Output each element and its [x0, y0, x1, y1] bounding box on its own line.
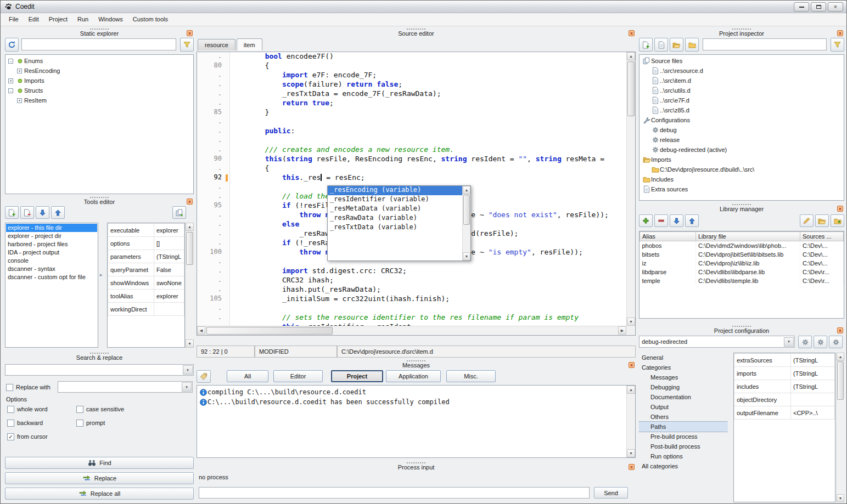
- messages-header[interactable]: Messages x: [197, 360, 636, 369]
- search-combo[interactable]: ▾: [5, 364, 194, 376]
- tab-resource[interactable]: resource: [198, 39, 235, 50]
- replace-button[interactable]: Replace: [5, 472, 194, 484]
- code-line[interactable]: bool encodee7F(): [231, 52, 626, 61]
- tree-item[interactable]: C:\Dev\dproj\resource.d\build\..\src\: [640, 165, 844, 174]
- splitter-arrow-icon[interactable]: ▸: [100, 272, 103, 278]
- checkbox-box[interactable]: ✓: [7, 433, 14, 440]
- property-row[interactable]: parameters(TStringL: [108, 250, 184, 263]
- code-line[interactable]: // sets the resource identifier to the r…: [231, 313, 626, 322]
- table-row[interactable]: templeC:\Dev\dlibs\temple.libC:\Dev\r...: [640, 276, 844, 285]
- filter-misc[interactable]: Misc.: [446, 370, 496, 382]
- send-button[interactable]: Send: [594, 487, 628, 499]
- project-inspector-header[interactable]: Project inspector x: [639, 28, 844, 37]
- add-library-button[interactable]: [639, 214, 653, 227]
- source-editor-header[interactable]: Source editor x: [197, 28, 636, 37]
- maximize-button[interactable]: [811, 2, 826, 12]
- titlebar[interactable]: Coedit ×: [1, 1, 846, 13]
- gutter-line[interactable]: .: [197, 117, 229, 127]
- table-row[interactable]: phobosC:\Dev\dmd2\windows\lib\phob...C:\…: [640, 241, 844, 250]
- tools-editor-close-button[interactable]: x: [187, 199, 193, 205]
- messages-scrollbar[interactable]: ▲ ▼: [626, 386, 635, 457]
- panel-grip[interactable]: [732, 326, 751, 327]
- gutter-line[interactable]: 80: [197, 61, 229, 71]
- gutter-line[interactable]: .: [197, 99, 229, 108]
- panel-grip[interactable]: [90, 353, 109, 354]
- code-line[interactable]: [231, 117, 626, 127]
- tree-item[interactable]: Configurations: [640, 115, 844, 125]
- replace-combo[interactable]: ▾: [58, 381, 193, 393]
- tree-item[interactable]: ..\src\z85.d: [640, 105, 844, 115]
- symbol-search-input[interactable]: [21, 38, 176, 50]
- gutter-line[interactable]: .: [197, 71, 229, 80]
- gutter-line[interactable]: .: [197, 89, 229, 99]
- property-value[interactable]: (TStringL: [791, 354, 835, 367]
- find-button[interactable]: Find: [5, 457, 194, 469]
- property-value[interactable]: [154, 303, 184, 316]
- property-row[interactable]: extraSources(TStringL: [734, 354, 835, 367]
- open-folder-button[interactable]: [685, 38, 699, 52]
- add-folder-button[interactable]: [670, 38, 683, 52]
- project-configuration-close-button[interactable]: x: [837, 327, 843, 333]
- editor-vscrollbar[interactable]: ▲ ▼: [626, 52, 635, 326]
- tree-item[interactable]: +ResItem: [5, 95, 193, 105]
- property-value[interactable]: []: [154, 237, 184, 250]
- expand-icon[interactable]: +: [17, 69, 22, 73]
- scroll-thumb[interactable]: [206, 327, 333, 335]
- checkbox-backward[interactable]: backward: [7, 418, 76, 427]
- tree-item[interactable]: +Imports: [5, 76, 193, 86]
- completion-item[interactable]: _resTxtData (variable): [328, 223, 462, 233]
- scroll-down-icon[interactable]: ▼: [627, 318, 635, 326]
- tree-item[interactable]: Debugging: [639, 382, 728, 392]
- code-line[interactable]: _resTxtData = encode_7F(_resRawData);: [231, 89, 626, 99]
- code-line[interactable]: /// creates and encodes a new resource i…: [231, 145, 626, 155]
- tree-item[interactable]: ..\src\item.d: [640, 76, 844, 86]
- list-item[interactable]: dscanner - syntax: [6, 265, 97, 273]
- gutter-line[interactable]: .: [197, 229, 229, 239]
- replace-all-button[interactable]: Replace all: [5, 488, 194, 500]
- completion-item[interactable]: _resRawData (variable): [328, 214, 462, 223]
- tree-item[interactable]: Documentation: [639, 392, 728, 402]
- gutter-line[interactable]: .: [197, 267, 229, 276]
- code-line[interactable]: import e7F: encode_7F;: [231, 71, 626, 80]
- tree-item[interactable]: Includes: [640, 174, 844, 184]
- expand-icon[interactable]: +: [8, 78, 13, 83]
- chevron-down-icon[interactable]: ▾: [183, 365, 193, 375]
- gutter-line[interactable]: .: [197, 257, 229, 267]
- collapse-icon[interactable]: -: [8, 88, 13, 93]
- gutter-line[interactable]: .: [197, 80, 229, 89]
- completion-item[interactable]: _resMetaData (variable): [328, 205, 462, 214]
- list-item[interactable]: console: [6, 257, 97, 265]
- tree-item[interactable]: ..\src\e7F.d: [640, 95, 844, 105]
- tree-item[interactable]: Run options: [639, 451, 728, 461]
- tree-item[interactable]: Post-build process: [639, 441, 728, 451]
- scroll-up-icon[interactable]: ▲: [186, 223, 194, 231]
- code-line[interactable]: this._res = resEnc;: [231, 173, 626, 183]
- code-line[interactable]: public:: [231, 127, 626, 136]
- gutter-line[interactable]: 85: [197, 108, 229, 117]
- tree-item[interactable]: debug-redirected (active): [640, 145, 844, 155]
- tree-item[interactable]: ..\src\resource.d: [640, 66, 844, 76]
- tree-item[interactable]: Extra sources: [640, 184, 844, 194]
- code-line[interactable]: {: [231, 61, 626, 71]
- scroll-up-icon[interactable]: ▲: [837, 353, 844, 361]
- scroll-down-icon[interactable]: ▼: [463, 252, 470, 261]
- tree-item[interactable]: ..\src\utils.d: [640, 86, 844, 95]
- category-button[interactable]: [197, 370, 211, 383]
- column-header[interactable]: Sources ...: [800, 232, 844, 241]
- gutter-line[interactable]: .: [197, 285, 229, 295]
- tools-scrollbar[interactable]: ▲ ▼: [185, 223, 194, 348]
- scroll-left-icon[interactable]: ◀: [197, 326, 205, 335]
- static-explorer-header[interactable]: Static explorer x: [5, 28, 194, 37]
- gutter-line[interactable]: 100: [197, 248, 229, 257]
- remove-config-button[interactable]: [829, 336, 843, 348]
- scroll-down-icon[interactable]: ▼: [627, 449, 635, 457]
- tab-item[interactable]: item: [237, 38, 262, 50]
- property-row[interactable]: outputFilename<CPP>..\: [734, 406, 835, 420]
- property-row[interactable]: showWindowsswoNone: [108, 276, 184, 290]
- gutter-line[interactable]: 95: [197, 201, 229, 211]
- list-item[interactable]: explorer - project dir: [6, 232, 97, 240]
- tree-item[interactable]: Others: [639, 412, 728, 422]
- scroll-up-icon[interactable]: ▲: [627, 386, 635, 394]
- list-item[interactable]: dscanner - custom opt for file: [6, 273, 97, 281]
- checkbox-whole-word[interactable]: whole word: [7, 405, 76, 414]
